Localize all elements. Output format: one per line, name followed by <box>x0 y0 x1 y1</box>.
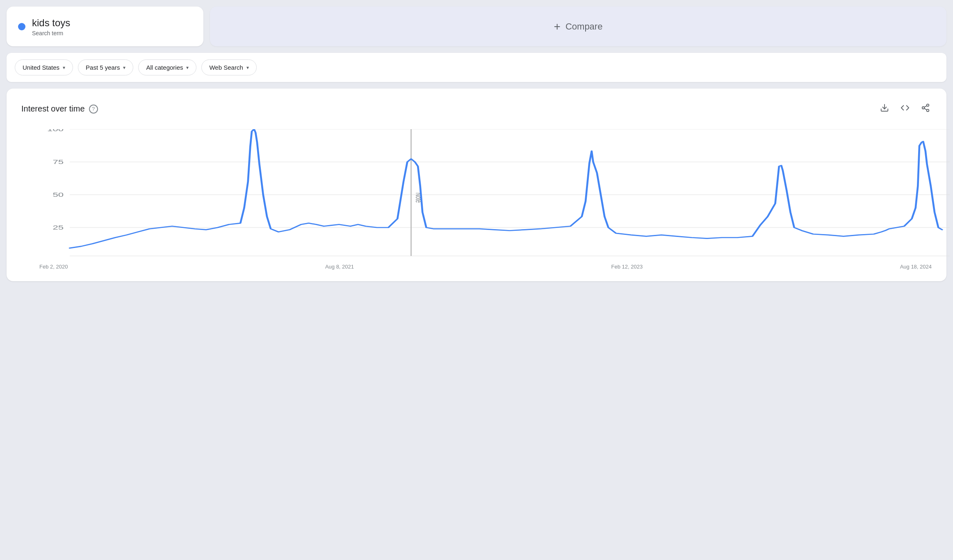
search-term-type: Search term <box>32 30 70 36</box>
x-label-3: Feb 12, 2023 <box>611 264 643 270</box>
x-axis-labels: Feb 2, 2020 Aug 8, 2021 Feb 12, 2023 Aug… <box>39 264 932 270</box>
share-icon[interactable] <box>919 102 932 116</box>
chart-area: 100 75 50 25 Note Feb 2, 2020 Aug 8, 202… <box>21 129 932 270</box>
search-type-filter[interactable]: Web Search ▾ <box>201 59 256 75</box>
time-filter-label: Past 5 years <box>86 64 120 71</box>
x-label-4: Aug 18, 2024 <box>900 264 932 270</box>
chart-header: Interest over time ? <box>21 102 932 116</box>
chart-actions <box>878 102 932 116</box>
search-term-name: kids toys <box>32 16 70 29</box>
region-filter-label: United States <box>23 64 59 71</box>
search-term-dot <box>18 23 25 30</box>
chart-title: Interest over time <box>21 104 85 114</box>
compare-plus-icon: + <box>554 21 561 32</box>
svg-line-5 <box>924 106 927 107</box>
region-filter[interactable]: United States ▾ <box>15 59 73 75</box>
compare-card[interactable]: + Compare <box>210 7 946 46</box>
region-chevron-icon: ▾ <box>63 65 65 71</box>
svg-line-4 <box>924 109 927 110</box>
x-label-2: Aug 8, 2021 <box>325 264 354 270</box>
category-filter[interactable]: All categories ▾ <box>138 59 196 75</box>
category-filter-label: All categories <box>146 64 183 71</box>
category-chevron-icon: ▾ <box>186 65 189 71</box>
time-filter[interactable]: Past 5 years ▾ <box>78 59 133 75</box>
svg-text:25: 25 <box>52 225 64 231</box>
svg-text:100: 100 <box>47 129 64 132</box>
time-chevron-icon: ▾ <box>123 65 125 71</box>
search-term-card: kids toys Search term <box>7 7 203 46</box>
compare-label: Compare <box>565 21 602 32</box>
interest-chart[interactable]: 100 75 50 25 Note <box>39 129 950 260</box>
svg-text:50: 50 <box>52 192 64 198</box>
search-term-text: kids toys Search term <box>32 16 70 36</box>
svg-text:75: 75 <box>52 159 64 166</box>
chart-title-area: Interest over time ? <box>21 104 98 114</box>
search-type-chevron-icon: ▾ <box>246 65 249 71</box>
search-type-filter-label: Web Search <box>209 64 243 71</box>
trend-line <box>70 129 942 248</box>
filters-row: United States ▾ Past 5 years ▾ All categ… <box>7 53 946 82</box>
help-icon[interactable]: ? <box>89 105 98 114</box>
embed-icon[interactable] <box>899 102 911 116</box>
chart-card: Interest over time ? <box>7 89 946 281</box>
x-label-1: Feb 2, 2020 <box>39 264 68 270</box>
download-icon[interactable] <box>878 102 891 116</box>
